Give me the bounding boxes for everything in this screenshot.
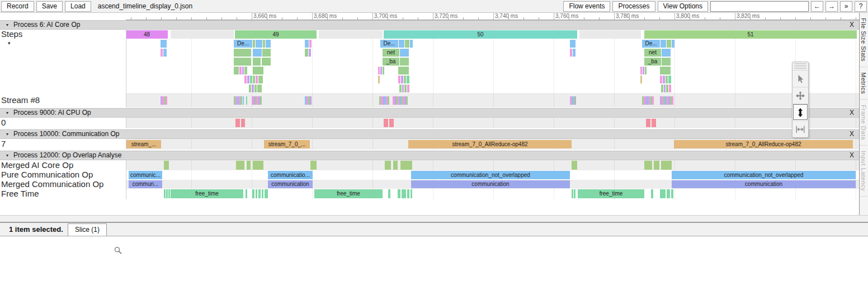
process-header[interactable]: ▾Process 12000: Op Overlap AnalyseX [0,151,859,160]
timeline-slice[interactable] [249,85,251,92]
timing-tool-button[interactable] [792,120,808,137]
timeline-slice[interactable] [672,40,674,48]
track-label-steps[interactable]: Steps [0,30,126,39]
close-process-button[interactable]: X [850,21,854,29]
collapse-triangle-icon[interactable]: ▾ [6,151,8,160]
timeline-slice[interactable] [262,58,271,66]
side-tab-frame-data[interactable]: Frame Data [860,100,867,146]
timeline-slice[interactable] [310,161,317,170]
timeline-slice[interactable] [378,67,380,74]
collapse-triangle-icon[interactable]: ▾ [6,130,8,138]
timeline-slice[interactable] [310,96,312,105]
timeline-track[interactable] [126,66,859,75]
timeline-slice[interactable] [572,161,577,170]
timeline-slice[interactable] [664,85,666,92]
timeline-slice[interactable] [410,40,413,48]
timeline-slice[interactable] [644,161,652,170]
timeline-slice[interactable] [643,67,644,74]
more-options-button[interactable]: » [840,1,852,12]
timeline-slice[interactable] [570,40,575,48]
timeline-slice[interactable] [246,189,247,198]
timeline-slice[interactable] [406,96,408,105]
timeline-slice[interactable] [399,40,404,48]
track-label-scope-name[interactable]: ▾Scope Name [0,39,126,48]
timeline-slice[interactable] [305,40,309,48]
timeline-slice[interactable] [660,67,671,74]
timeline-slice[interactable] [575,96,576,105]
collapse-triangle-icon[interactable]: ▾ [6,21,8,29]
timeline-slice[interactable] [662,58,671,66]
timeline-track[interactable]: De...De...De... [126,39,859,48]
timeline-slice[interactable] [399,85,402,92]
timeline-track[interactable]: stream_...stream_7_0_...stream_7_0_AllRe… [126,139,859,150]
timeline-slice[interactable] [663,76,665,83]
timeline-slice[interactable] [383,67,384,74]
timeline-track[interactable]: 48495051 [126,30,859,39]
timeline-slice[interactable] [640,76,642,83]
timeline-track[interactable]: _ba_ba [126,57,859,66]
timeline-slice[interactable] [252,189,254,198]
timeline-slice[interactable]: 51 [644,30,857,39]
timeline-slice[interactable] [254,85,257,92]
timeline-slice[interactable]: De... [234,40,252,48]
timeline-slice[interactable]: free_time [314,189,383,198]
timeline-slice[interactable] [263,40,265,48]
timeline-slice[interactable] [257,85,262,92]
timeline-slice[interactable] [411,189,412,198]
timeline-slice[interactable]: De... [642,40,660,48]
timeline-slice[interactable] [385,161,391,170]
timeline-slice[interactable]: stream_... [126,140,161,148]
timeline-slice[interactable] [666,85,668,92]
timeline-slice[interactable] [398,189,400,198]
palette-drag-handle[interactable] [794,63,806,69]
timeline-track[interactable] [126,160,859,170]
timeline-slice[interactable] [265,189,268,198]
timeline-slice[interactable] [400,161,412,170]
search-input[interactable] [710,1,809,12]
save-button[interactable]: Save [36,1,63,12]
timeline-slice[interactable] [236,161,244,170]
timeline-slice[interactable]: 49 [235,30,317,39]
timeline-slice[interactable] [393,161,398,170]
timeline-slice[interactable] [266,40,271,48]
timeline-slice[interactable] [234,67,239,74]
timeline-slice[interactable]: communic... [129,171,162,179]
timeline-slice[interactable] [646,119,650,127]
track-label-pure-communication-op[interactable]: Pure Communication Op [0,170,126,180]
load-button[interactable]: Load [65,1,91,12]
timeline-slice[interactable] [253,58,261,66]
timeline-slice[interactable]: stream_7_0_AllReduce-op482 [674,140,853,148]
timeline-slice[interactable]: net [383,49,399,57]
timeline-slice[interactable]: _ba [644,58,661,66]
timeline-slice[interactable] [246,96,247,105]
track-label-merged-communication-op[interactable]: Merged Communication Op [0,180,126,189]
timeline-slice[interactable] [166,189,168,198]
timeline-slice[interactable] [247,76,249,83]
timeline-slice[interactable] [235,119,240,127]
timeline-slice[interactable] [667,40,671,48]
panel-splitter[interactable] [0,215,868,223]
timeline-slice[interactable] [309,40,312,48]
timeline-track[interactable]: communic...communicatio...communication_… [126,170,859,180]
timeline-slice[interactable] [388,96,389,105]
timeline-slice[interactable] [244,76,247,83]
timeline-slice[interactable] [239,67,242,74]
timeline-slice[interactable] [250,76,252,83]
record-button[interactable]: Record [1,1,34,12]
timeline-slice[interactable] [661,40,666,48]
timeline-slice[interactable]: communication [411,180,570,188]
timeline-slice[interactable] [398,76,400,83]
timeline-slice[interactable] [163,49,167,57]
timeline-slice[interactable] [640,67,642,74]
side-tab-input-latency[interactable]: Input Latency [860,146,867,197]
timeline-slice[interactable] [669,85,671,92]
close-process-button[interactable]: X [850,109,854,117]
help-button[interactable]: ? [855,1,867,12]
process-header[interactable]: ▾Process 6: AI Core OpX [0,20,859,30]
timeline-track[interactable] [126,84,859,93]
timeline-slice[interactable] [256,76,258,83]
timeline-slice[interactable]: 48 [126,30,168,39]
track-label-0[interactable]: 0 [0,118,126,128]
timeline-track[interactable]: commun...communicationcommunicationcommu… [126,180,859,189]
close-process-button[interactable]: X [850,130,854,138]
